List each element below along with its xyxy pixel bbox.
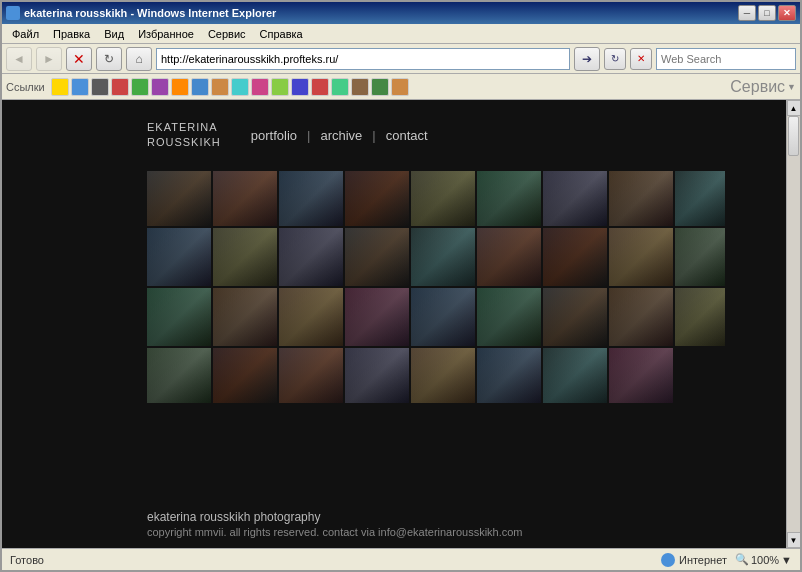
toolbar-icon-13[interactable] [291, 78, 309, 96]
toolbar-icon-5[interactable] [131, 78, 149, 96]
go-button[interactable]: ➔ [574, 47, 600, 71]
photo-thumbnail[interactable] [675, 171, 725, 226]
photo-thumbnail[interactable] [609, 171, 673, 226]
photo-thumbnail[interactable] [213, 171, 277, 226]
toolbar-icon-4[interactable] [111, 78, 129, 96]
back-button[interactable]: ◄ [6, 47, 32, 71]
scroll-thumb[interactable] [788, 116, 799, 156]
menu-view[interactable]: Вид [98, 26, 130, 42]
stop-icon-btn[interactable]: ✕ [630, 48, 652, 70]
refresh-icon-btn[interactable]: ↻ [604, 48, 626, 70]
photo-thumbnail[interactable] [279, 171, 343, 226]
photo-thumbnail[interactable] [543, 228, 607, 286]
toolbar-icon-12[interactable] [271, 78, 289, 96]
toolbar-icon-18[interactable] [391, 78, 409, 96]
site-nav: portfolio | archive | contact [241, 128, 438, 143]
photo-inner [477, 171, 541, 226]
toolbar-icon-3[interactable] [91, 78, 109, 96]
scrollbar: ▲ ▼ [786, 100, 800, 548]
scroll-up-arrow[interactable]: ▲ [787, 100, 801, 116]
photo-thumbnail[interactable] [279, 228, 343, 286]
photo-row [147, 348, 800, 403]
photo-thumbnail[interactable] [609, 348, 673, 403]
toolbar-icon-6[interactable] [151, 78, 169, 96]
photo-thumbnail[interactable] [147, 171, 211, 226]
photo-inner [477, 288, 541, 346]
menu-file[interactable]: Файл [6, 26, 45, 42]
nav-contact[interactable]: contact [376, 128, 438, 143]
toolbar-icon-8[interactable] [191, 78, 209, 96]
zoom-control[interactable]: 🔍 100% ▼ [735, 553, 792, 566]
photo-thumbnail[interactable] [147, 288, 211, 346]
photo-thumbnail[interactable] [477, 348, 541, 403]
toolbar-icon-17[interactable] [371, 78, 389, 96]
photo-thumbnail[interactable] [675, 228, 725, 286]
home-button[interactable]: ⌂ [126, 47, 152, 71]
address-bar[interactable] [156, 48, 570, 70]
photo-thumbnail[interactable] [609, 288, 673, 346]
photo-thumbnail[interactable] [609, 228, 673, 286]
photo-thumbnail[interactable] [213, 228, 277, 286]
minimize-button[interactable]: ─ [738, 5, 756, 21]
photo-thumbnail[interactable] [147, 348, 211, 403]
photo-row [147, 228, 800, 286]
toolbar-icon-16[interactable] [351, 78, 369, 96]
photo-inner [147, 228, 211, 286]
photo-thumbnail[interactable] [213, 288, 277, 346]
toolbar-icon-1[interactable] [51, 78, 69, 96]
photo-thumbnail[interactable] [411, 171, 475, 226]
photo-thumbnail[interactable] [345, 348, 409, 403]
photo-thumbnail[interactable] [477, 228, 541, 286]
nav-portfolio[interactable]: portfolio [241, 128, 307, 143]
photo-thumbnail[interactable] [147, 228, 211, 286]
service-label[interactable]: Сервис [730, 78, 785, 96]
toolbar-icon-11[interactable] [251, 78, 269, 96]
photo-thumbnail[interactable] [345, 288, 409, 346]
zoom-level: 100% [751, 554, 779, 566]
photo-thumbnail[interactable] [675, 288, 725, 346]
refresh-button[interactable]: ↻ [96, 47, 122, 71]
status-bar: Готово Интернет 🔍 100% ▼ [2, 548, 800, 570]
forward-button[interactable]: ► [36, 47, 62, 71]
photo-thumbnail[interactable] [279, 348, 343, 403]
nav-archive[interactable]: archive [310, 128, 372, 143]
photo-inner [213, 228, 277, 286]
photo-thumbnail[interactable] [411, 348, 475, 403]
browser-window: ekaterina rousskikh - Windows Internet E… [0, 0, 802, 572]
close-button[interactable]: ✕ [778, 5, 796, 21]
photo-thumbnail[interactable] [279, 288, 343, 346]
stop-button[interactable]: ✕ [66, 47, 92, 71]
photo-thumbnail[interactable] [411, 288, 475, 346]
photo-thumbnail[interactable] [345, 171, 409, 226]
toolbar-icon-14[interactable] [311, 78, 329, 96]
menu-favorites[interactable]: Избранное [132, 26, 200, 42]
toolbar-icon-15[interactable] [331, 78, 349, 96]
zone-text: Интернет [679, 554, 727, 566]
title-bar-text: ekaterina rousskikh - Windows Internet E… [6, 6, 276, 20]
zoom-arrow: ▼ [781, 554, 792, 566]
menu-help[interactable]: Справка [254, 26, 309, 42]
photo-thumbnail[interactable] [543, 171, 607, 226]
scroll-down-arrow[interactable]: ▼ [787, 532, 801, 548]
toolbar-icon-9[interactable] [211, 78, 229, 96]
photo-grid [2, 161, 800, 413]
photo-thumbnail[interactable] [477, 171, 541, 226]
photo-thumbnail[interactable] [477, 288, 541, 346]
menu-tools[interactable]: Сервис [202, 26, 252, 42]
toolbar-icon-2[interactable] [71, 78, 89, 96]
photo-thumbnail[interactable] [213, 348, 277, 403]
menu-edit[interactable]: Правка [47, 26, 96, 42]
status-zone: Интернет [661, 553, 727, 567]
search-bar[interactable]: 🔍 [656, 48, 796, 70]
photo-inner [279, 348, 343, 403]
photo-thumbnail[interactable] [345, 228, 409, 286]
toolbar-icon-7[interactable] [171, 78, 189, 96]
search-input[interactable] [661, 53, 799, 65]
photo-thumbnail[interactable] [543, 348, 607, 403]
address-input[interactable] [161, 53, 565, 65]
photo-thumbnail[interactable] [411, 228, 475, 286]
photo-thumbnail[interactable] [543, 288, 607, 346]
maximize-button[interactable]: □ [758, 5, 776, 21]
toolbar-icon-10[interactable] [231, 78, 249, 96]
logo-line2: ROUSSKIKH [147, 135, 221, 150]
